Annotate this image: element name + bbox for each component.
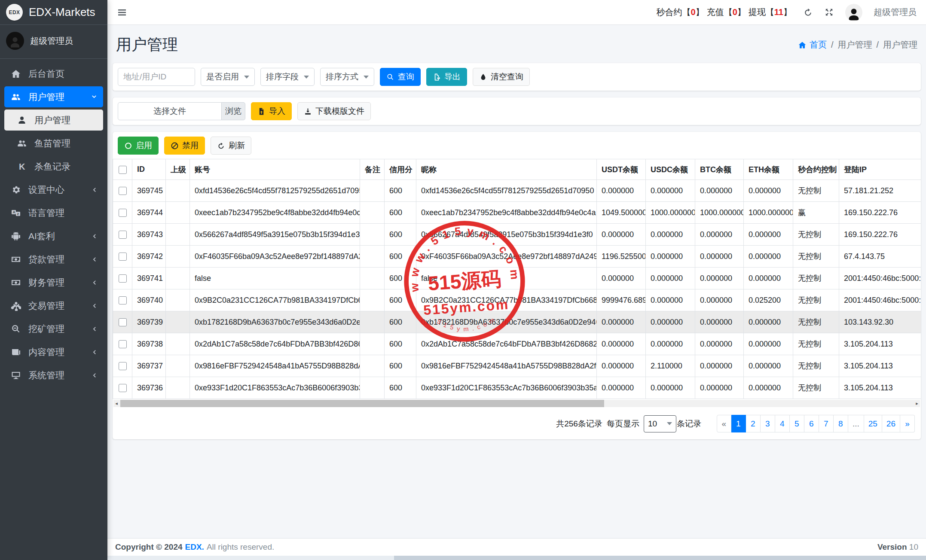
cell-control: 无控制 [793,311,839,333]
row-checkbox[interactable] [119,187,127,195]
refresh-button[interactable]: 刷新 [211,137,251,155]
row-checkbox[interactable] [119,253,127,261]
browse-button[interactable]: 浏览 [222,102,245,120]
navbar-user-name[interactable]: 超级管理员 [874,6,917,18]
page-button-5[interactable]: 5 [790,415,804,432]
page-header: 用户管理 首页 / 用户管理 / 用户管理 [111,33,923,63]
stat-value: 11 [774,7,783,17]
export-button[interactable]: 导出 [426,68,467,86]
disable-button[interactable]: 禁用 [164,137,205,155]
row-checkbox[interactable] [119,340,127,348]
sidebar-item-设置中心[interactable]: 设置中心 [4,179,103,200]
row-checkbox[interactable] [119,318,127,326]
breadcrumb-home[interactable]: 首页 [798,39,827,51]
sort-field-select[interactable]: 排序字段 [260,68,315,86]
page-button-4[interactable]: 4 [775,415,790,432]
navbar-stats[interactable]: 秒合约【0】 充值【0】 提现【11】 [657,6,792,18]
app-window: EDX EDX-Markets 超级管理员 后台首页用户管理用户管理鱼苗管理K杀… [0,0,926,560]
page-button-3[interactable]: 3 [761,415,775,432]
search-input[interactable] [118,68,195,86]
sidebar-item-贷款管理[interactable]: 贷款管理 [4,249,103,270]
sidebar-subitem-鱼苗管理[interactable]: 鱼苗管理 [4,133,103,154]
sidebar-item-财务管理[interactable]: 财务管理 [4,272,103,293]
scroll-left-arrow[interactable]: ◂ [113,401,119,406]
sort-order-select[interactable]: 排序方式 [320,68,374,86]
cell-btc: 0.000000 [695,268,744,289]
scroll-right-arrow[interactable]: ▸ [914,401,920,406]
cell-eth: 0.000000 [744,377,793,399]
sidebar-item-label: AI套利 [28,230,55,242]
page-button-26[interactable]: 26 [882,415,900,432]
sidebar-item-label: 内容管理 [28,346,64,358]
brand[interactable]: EDX EDX-Markets [0,0,107,25]
row-checkbox[interactable] [119,296,127,304]
sidebar-item-语言管理[interactable]: Az语言管理 [4,202,103,223]
cell-account: 0xeec1ab7b2347952be9c4f8abbe32dd4fb94e0c… [190,202,360,224]
sidebar-subitem-用户管理[interactable]: 用户管理 [4,110,103,131]
row-checkbox[interactable] [119,209,127,217]
sidebar-item-用户管理[interactable]: 用户管理 [4,86,103,107]
cell-ip: 3.105.204.113 [839,355,921,377]
page-button-1[interactable]: 1 [731,415,746,432]
cell-credit: 600 [385,289,416,311]
refresh-icon[interactable] [803,7,813,17]
cell-checkbox [113,180,132,202]
table-body: 3697450xfd14536e26c5f4cd55f7812579255d26… [113,180,921,399]
clear-query-button[interactable]: 清空查询 [473,68,530,86]
download-icon [304,107,312,116]
page-button-8[interactable]: 8 [834,415,848,432]
page-button-7[interactable]: 7 [819,415,834,432]
header-usdt: USDT余额 [597,159,646,180]
per-page-select[interactable]: 10 [644,415,676,432]
sidebar-item-系统管理[interactable]: 系统管理 [4,365,103,386]
page-button-25[interactable]: 25 [864,415,882,432]
droplet-icon [479,73,487,81]
enabled-select[interactable]: 是否启用 [201,68,255,86]
cell-btc: 0.000000 [695,224,744,246]
sidebar-item-挖矿管理[interactable]: 挖矿管理 [4,318,103,339]
query-button[interactable]: 查询 [380,68,421,86]
caret-down-icon [364,76,369,79]
row-checkbox[interactable] [119,362,127,370]
row-checkbox[interactable] [119,231,127,239]
cell-parent [166,289,190,311]
row-checkbox[interactable] [119,384,127,392]
import-button[interactable]: 导入 [251,102,292,120]
sidebar-item-后台首页[interactable]: 后台首页 [4,63,103,84]
select-all-checkbox[interactable] [119,166,127,174]
cell-eth: 0.000000 [744,246,793,268]
cell-parent [166,202,190,224]
cell-id: 369740 [132,289,166,311]
sidebar-subitem-杀鱼记录[interactable]: K杀鱼记录 [4,156,103,177]
download-template-button[interactable]: 下载模版文件 [297,102,371,120]
cell-usdt: 0.000000 [597,333,646,355]
enable-button[interactable]: 启用 [118,137,159,155]
cell-remark [360,246,385,268]
fullscreen-icon[interactable] [824,7,834,17]
ban-icon [171,142,179,150]
header-btc: BTC余额 [695,159,744,180]
cell-ip: 169.150.222.76 [839,224,921,246]
cell-control: 无控制 [793,180,839,202]
page-button-6[interactable]: 6 [804,415,819,432]
cell-ip: 2001:4450:46bc:5000:74cb [839,289,921,311]
page-horizontal-scrollbar[interactable] [107,556,926,560]
main-area: 秒合约【0】 充值【0】 提现【11】 超级管理员 [107,0,926,560]
cell-usdc: 0.000000 [646,224,695,246]
navbar-avatar[interactable] [845,4,862,21]
row-checkbox[interactable] [119,274,127,283]
sidebar-toggle-icon[interactable] [117,7,127,18]
file-input[interactable]: 选择文件 [118,102,222,120]
page-button-2[interactable]: 2 [746,415,761,432]
header-login-ip: 登陆IP [839,159,921,180]
sidebar-item-交易管理[interactable]: 交易管理 [4,295,103,316]
sidebar-item-内容管理[interactable]: 内容管理 [4,341,103,362]
sidebar-item-AI套利[interactable]: AI套利 [4,225,103,247]
footer-brand-link[interactable]: EDX. [185,542,204,552]
scrollbar-thumb[interactable] [120,400,604,407]
scrollbar-thumb[interactable] [394,556,926,560]
cell-usdc: 0.000000 [646,246,695,268]
page-button-»[interactable]: » [900,415,915,432]
table-horizontal-scrollbar[interactable]: ◂ ▸ [113,400,920,407]
users-table-wrap: ID 上级 账号 备注 信用分 昵称 USDT余额 USDC余额 BTC余额 E… [113,159,921,399]
